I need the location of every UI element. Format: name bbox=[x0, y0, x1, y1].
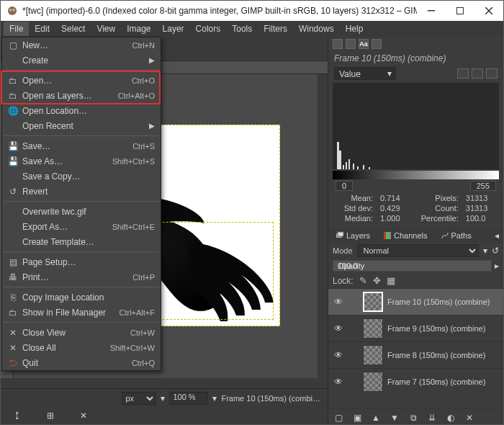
menu-item-quit[interactable]: ⮌ Quit Ctrl+Q bbox=[2, 355, 161, 370]
zoom-level[interactable]: 100 % bbox=[169, 392, 208, 405]
layer-row[interactable]: 👁Frame 8 (150ms) (combine) bbox=[328, 341, 503, 368]
layer-thumbnail bbox=[363, 372, 383, 392]
menu-item-create[interactable]: Create ▶ bbox=[2, 53, 161, 68]
menu-item-save[interactable]: 💾 Save… Ctrl+S bbox=[2, 138, 161, 153]
link-icon[interactable] bbox=[348, 323, 359, 334]
window-title: *[twc] (imported)-6.0 (Indexed color 8-b… bbox=[22, 6, 417, 16]
menu-help[interactable]: Help bbox=[340, 22, 369, 36]
menu-tools[interactable]: Tools bbox=[226, 22, 258, 36]
toolbox-tray: ⭥ ⊞ ✕ bbox=[1, 407, 328, 424]
new-group-icon[interactable]: ▣ bbox=[350, 411, 364, 424]
vertical-scrollbar[interactable] bbox=[318, 74, 328, 378]
menu-view[interactable]: View bbox=[91, 22, 121, 36]
opacity-value: 100.0 bbox=[338, 261, 477, 270]
maximize-button[interactable] bbox=[446, 1, 474, 21]
link-icon[interactable] bbox=[348, 297, 359, 307]
menu-item-save-as[interactable]: 💾 Save As… Shift+Ctrl+S bbox=[2, 153, 161, 169]
hist-linear-icon[interactable] bbox=[457, 68, 469, 79]
menu-filters[interactable]: Filters bbox=[258, 22, 293, 36]
close-view-icon: ✕ bbox=[6, 328, 19, 338]
minimize-icon bbox=[428, 7, 435, 14]
tray-icon-2[interactable]: ⊞ bbox=[44, 409, 57, 422]
svg-rect-12 bbox=[343, 165, 344, 169]
visibility-eye-icon[interactable]: 👁 bbox=[333, 323, 344, 334]
lower-layer-icon[interactable]: ▼ bbox=[387, 411, 402, 424]
tab-layers[interactable]: Layers bbox=[333, 230, 373, 241]
blend-mode-select[interactable]: Normal bbox=[357, 244, 479, 257]
menu-item-open-recent[interactable]: Open Recent ▶ bbox=[2, 118, 161, 133]
menu-layer[interactable]: Layer bbox=[157, 22, 190, 36]
save-icon: 💾 bbox=[6, 141, 19, 151]
doc-icon[interactable] bbox=[372, 39, 382, 49]
menu-item-open-as-layers[interactable]: 🗀 Open as Layers… Ctrl+Alt+O bbox=[2, 88, 161, 103]
font-icon[interactable]: Aa bbox=[359, 39, 369, 49]
mode-switch-icon[interactable]: ↺ bbox=[492, 246, 499, 256]
menu-item-print[interactable]: 🖶 Print… Ctrl+P bbox=[2, 269, 161, 285]
layer-row[interactable]: 👁Frame 10 (150ms) (combine) bbox=[328, 288, 503, 315]
tray-icon-1[interactable]: ⭥ bbox=[11, 409, 24, 422]
menu-item-new[interactable]: ▢ New… Ctrl+N bbox=[2, 37, 161, 53]
lock-move-icon[interactable]: ✥ bbox=[373, 275, 381, 286]
layer-name: Frame 8 (150ms) (combine) bbox=[387, 351, 499, 359]
raise-layer-icon[interactable]: ▲ bbox=[369, 411, 383, 424]
menu-item-create-template[interactable]: Create Template… bbox=[2, 234, 161, 249]
open-folder-icon: 🗀 bbox=[6, 76, 19, 86]
new-file-icon: ▢ bbox=[6, 40, 19, 50]
tab-paths[interactable]: Paths bbox=[438, 230, 474, 241]
close-button[interactable] bbox=[474, 1, 503, 21]
menu-item-page-setup[interactable]: ▤ Page Setup… bbox=[2, 254, 161, 269]
menu-item-show-in-file-manager[interactable]: 🗀 Show in File Manager Ctrl+Alt+F bbox=[2, 305, 161, 320]
minimize-button[interactable] bbox=[417, 1, 446, 21]
link-icon[interactable] bbox=[348, 377, 359, 387]
duplicate-layer-icon[interactable]: ⧉ bbox=[406, 411, 420, 424]
statusbar: px ▾ 100 % ▾ Frame 10 (150ms) (combi… bbox=[1, 388, 328, 407]
opacity-slider[interactable]: Opacity 100.0 bbox=[333, 260, 492, 272]
swatch-white[interactable] bbox=[346, 39, 356, 49]
link-icon[interactable] bbox=[348, 350, 359, 360]
new-layer-icon[interactable]: ▢ bbox=[331, 411, 346, 424]
visibility-eye-icon[interactable]: 👁 bbox=[333, 377, 344, 387]
svg-rect-11 bbox=[339, 151, 341, 169]
menu-item-save-copy[interactable]: Save a Copy… bbox=[2, 169, 161, 184]
unit-select[interactable]: px bbox=[122, 392, 156, 405]
menu-item-overwrite[interactable]: Overwrite twc.gif bbox=[2, 204, 161, 219]
menu-item-export-as[interactable]: Export As… Shift+Ctrl+E bbox=[2, 219, 161, 234]
menu-select[interactable]: Select bbox=[55, 22, 91, 36]
menu-item-close-all[interactable]: ✕ Close All Shift+Ctrl+W bbox=[2, 340, 161, 355]
delete-layer-icon[interactable]: ✕ bbox=[462, 411, 477, 424]
tab-menu-icon[interactable]: ◂ bbox=[495, 231, 499, 241]
hist-log-icon[interactable] bbox=[472, 68, 483, 79]
lock-paint-icon[interactable]: ✎ bbox=[359, 275, 367, 286]
menu-item-copy-image-location[interactable]: ⎘ Copy Image Location bbox=[2, 290, 161, 305]
visibility-eye-icon[interactable]: 👁 bbox=[333, 297, 344, 307]
menu-file[interactable]: File bbox=[4, 22, 29, 36]
hist-max[interactable]: 255 bbox=[470, 181, 496, 191]
histogram-stats: Mean:0.714 Pixels:31313 Std dev:0.429 Co… bbox=[328, 192, 503, 224]
hist-rgb-icon[interactable] bbox=[486, 68, 498, 79]
svg-rect-5 bbox=[428, 10, 435, 12]
svg-rect-22 bbox=[384, 232, 386, 239]
swatch-black[interactable] bbox=[333, 39, 343, 49]
menu-image[interactable]: Image bbox=[121, 22, 156, 36]
page-setup-icon: ▤ bbox=[6, 257, 19, 267]
menu-edit[interactable]: Edit bbox=[29, 22, 55, 36]
tab-channels[interactable]: Channels bbox=[380, 230, 430, 241]
horizontal-scrollbar[interactable] bbox=[1, 378, 328, 388]
mask-layer-icon[interactable]: ◐ bbox=[444, 411, 458, 424]
menu-colors[interactable]: Colors bbox=[190, 22, 227, 36]
menu-windows[interactable]: Windows bbox=[293, 22, 340, 36]
menu-item-open[interactable]: 🗀 Open… Ctrl+O bbox=[2, 73, 161, 88]
stepper-icon[interactable]: ▸ bbox=[495, 261, 499, 271]
layer-row[interactable]: 👁Frame 9 (150ms) (combine) bbox=[328, 315, 503, 341]
menu-item-close-view[interactable]: ✕ Close View Ctrl+W bbox=[2, 325, 161, 340]
merge-layer-icon[interactable]: ⇊ bbox=[425, 411, 439, 424]
lock-alpha-icon[interactable]: ▦ bbox=[387, 275, 395, 286]
hist-min[interactable]: 0 bbox=[336, 181, 353, 191]
menu-item-open-location[interactable]: 🌐 Open Location… bbox=[2, 103, 161, 118]
tray-delete-icon[interactable]: ✕ bbox=[77, 409, 90, 422]
visibility-eye-icon[interactable]: 👁 bbox=[333, 350, 344, 360]
menu-item-revert[interactable]: ↺ Revert bbox=[2, 184, 161, 199]
globe-icon: 🌐 bbox=[6, 106, 19, 116]
layers-list[interactable]: 👁Frame 10 (150ms) (combine)👁Frame 9 (150… bbox=[328, 288, 503, 408]
layer-row[interactable]: 👁Frame 7 (150ms) (combine) bbox=[328, 368, 503, 395]
